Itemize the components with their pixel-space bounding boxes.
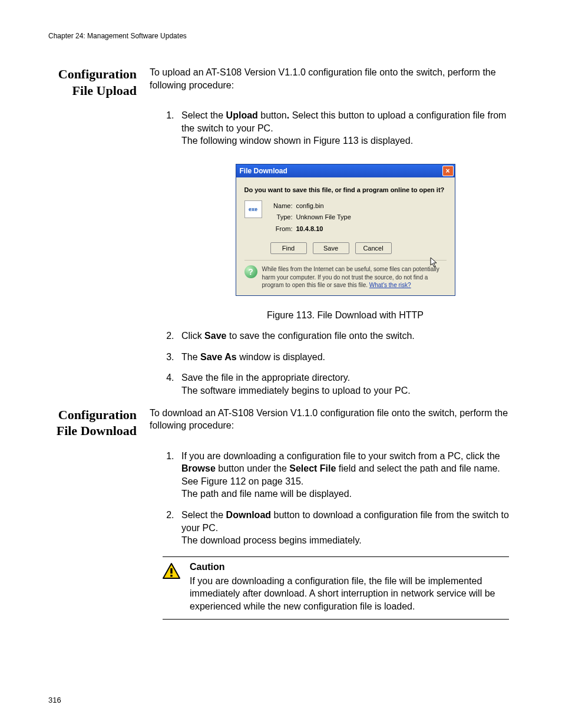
svg-rect-2 [170,575,172,577]
warning-text: While files from the Internet can be use… [262,265,447,289]
section-download: Configuration File Download To download … [48,407,509,439]
page-number: 316 [48,696,61,704]
download-intro: To download an AT-S108 Version V1.1.0 co… [150,407,509,432]
download-heading: Configuration File Download [48,407,150,439]
cursor-icon [430,257,439,269]
upload-heading-line2: File Upload [72,83,137,98]
dialog-body: Do you want to save this file, or find a… [236,177,455,295]
dialog-divider [244,260,447,261]
upload-step-2: Click Save to save the configuration fil… [177,330,509,342]
upload-intro: To upload an AT-S108 Version V1.1.0 conf… [150,66,509,91]
caution-title: Caution [190,562,509,572]
dialog-buttons: Find Save Cancel [270,236,392,256]
close-icon[interactable]: × [442,166,454,176]
file-from: 10.4.8.10 [296,225,353,235]
dialog-info: exe Name:config.bin Type:Unknown File Ty… [244,200,447,257]
save-button[interactable]: Save [313,242,349,254]
file-type: Unknown File Type [296,213,353,223]
caution-block: Caution If you are downloading a configu… [163,556,509,620]
download-step-2: Select the Download button to download a… [177,509,509,547]
upload-heading: Configuration File Upload [48,66,150,98]
upload-step-1: Select the Upload button. Select this bu… [177,109,509,321]
whats-the-risk-link[interactable]: What's the risk? [369,282,411,288]
download-steps: If you are downloading a configuration f… [163,450,509,547]
help-icon: ? [244,265,257,278]
page: Chapter 24: Management Software Updates … [0,0,562,728]
dialog-title: File Download [240,166,287,176]
dialog-titlebar: File Download × [236,164,455,177]
find-button[interactable]: Find [270,242,307,254]
dialog-warning: ? While files from the Internet can be u… [244,265,447,289]
file-download-dialog: File Download × Do you want to save this… [236,164,455,296]
download-heading-line2: File Download [57,423,137,438]
cancel-button[interactable]: Cancel [355,242,392,254]
caution-text: If you are downloading a configuration f… [190,575,509,613]
caution-icon [163,563,183,582]
dialog-fields: Name:config.bin Type:Unknown File Type F… [270,200,392,257]
caution-content: Caution If you are downloading a configu… [190,562,509,613]
dialog-question: Do you want to save this file, or find a… [244,186,447,195]
download-step-1: If you are downloading a configuration f… [177,450,509,500]
chapter-header: Chapter 24: Management Software Updates [48,32,509,40]
section-upload: Configuration File Upload To upload an A… [48,66,509,98]
upload-steps: Select the Upload button. Select this bu… [163,109,509,397]
download-heading-line1: Configuration [58,407,137,422]
file-name: config.bin [296,202,353,212]
upload-step-4: Save the file in the appropriate directo… [177,371,509,397]
upload-step-3: The Save As window is displayed. [177,351,509,364]
figure-caption: Figure 113. File Download with HTTP [181,309,509,322]
upload-heading-line1: Configuration [58,67,137,81]
svg-rect-1 [170,568,172,574]
file-icon: exe [244,200,262,218]
